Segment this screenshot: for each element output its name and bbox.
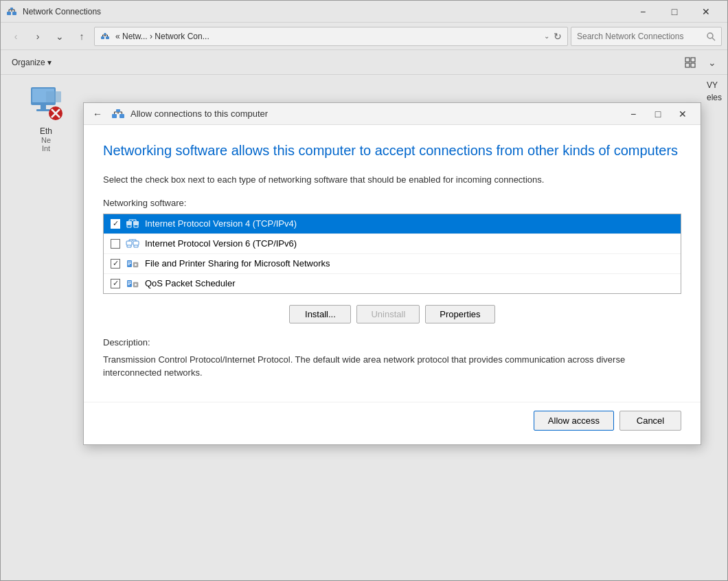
ipv4-icon [126,218,139,229]
dialog-instruction: Select the check box next to each type o… [103,173,681,187]
ipv6-label: Internet Protocol Version 6 (TCP/IPv6) [145,238,297,249]
dialog-title-text: Allow connections to this computer [130,109,268,119]
svg-rect-67 [128,283,131,284]
dialog-overlay: ← Allow connections to this computer − [1,1,728,581]
ipv6-icon [126,238,139,249]
action-buttons: Install... Uninstall Properties [103,305,681,323]
dialog-title-left: ← Allow connections to this computer [89,106,268,122]
dialog: ← Allow connections to this computer − [83,102,701,445]
dialog-footer: Allow access Cancel [84,402,701,444]
ipv6-checkbox[interactable] [111,239,120,249]
dialog-maximize-button[interactable]: □ [646,103,670,125]
allow-access-button[interactable]: Allow access [534,411,614,431]
svg-rect-61 [128,263,131,264]
dialog-close-button[interactable]: ✕ [670,103,695,125]
svg-point-64 [135,264,137,266]
svg-rect-51 [133,241,139,245]
svg-rect-35 [126,221,132,225]
svg-point-70 [135,284,137,286]
dialog-title-controls: − □ ✕ [621,103,695,125]
install-button[interactable]: Install... [289,305,351,323]
uninstall-button[interactable]: Uninstall [356,305,420,323]
ipv4-checkbox[interactable] [111,219,120,229]
svg-rect-68 [128,284,130,285]
networking-software-list: Internet Protocol Version 4 (TCP/IPv4) [103,214,681,294]
svg-rect-60 [128,262,131,262]
svg-rect-34 [116,109,120,112]
dialog-minimize-button[interactable]: − [621,103,646,125]
svg-rect-62 [128,264,130,265]
filesharing-icon [126,258,139,269]
qos-icon [126,278,139,289]
description-label: Description: [103,337,681,348]
qos-label: QoS Packet Scheduler [145,278,236,288]
ipv4-label: Internet Protocol Version 4 (TCP/IPv4) [145,218,297,229]
svg-rect-47 [126,241,132,245]
list-item-ipv6[interactable]: Internet Protocol Version 6 (TCP/IPv6) [104,234,681,254]
dialog-back-button[interactable]: ← [89,106,106,122]
dialog-body: Networking software allows this computer… [84,125,701,396]
svg-rect-28 [112,114,117,118]
svg-rect-39 [133,221,139,225]
list-item-ipv4[interactable]: Internet Protocol Version 4 (TCP/IPv4) [104,214,681,234]
svg-rect-29 [120,114,124,118]
svg-rect-66 [128,282,131,282]
properties-button[interactable]: Properties [425,305,494,323]
list-item-filesharing[interactable]: File and Printer Sharing for Microsoft N… [104,254,681,274]
dialog-title-bar: ← Allow connections to this computer − [84,103,701,125]
dialog-title-icon [111,108,125,120]
list-item-qos[interactable]: QoS Packet Scheduler [104,274,681,293]
filesharing-checkbox[interactable] [111,259,120,269]
filesharing-label: File and Printer Sharing for Microsoft N… [145,258,330,269]
description-text: Transmission Control Protocol/Internet P… [103,353,681,380]
qos-checkbox[interactable] [111,279,120,288]
explorer-window: Network Connections − □ ✕ ‹ › ⌄ ↑ « Netw… [0,0,728,581]
dialog-heading: Networking software allows this computer… [103,141,681,159]
dialog-section-label: Networking software: [103,198,681,208]
cancel-button[interactable]: Cancel [619,411,681,431]
